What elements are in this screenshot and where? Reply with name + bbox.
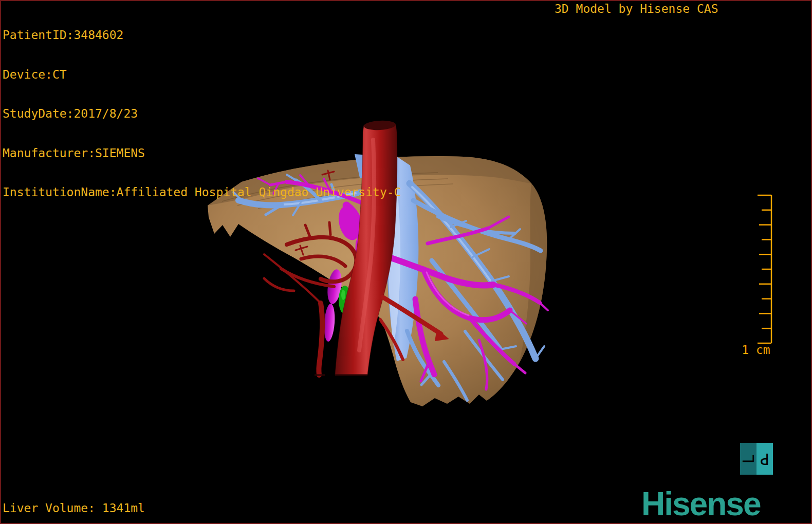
orientation-face-posterior[interactable]: P [756, 443, 773, 475]
study-date-text: StudyDate:2017/8/23 [3, 107, 401, 121]
orientation-letter-p: P [760, 450, 769, 468]
institution-text: InstitutionName:Affiliated Hospital Qing… [3, 186, 401, 199]
orientation-marker[interactable]: L P [740, 443, 773, 475]
watermark-text: 3D Model by Hisense CAS [555, 3, 718, 16]
manufacturer-text: Manufacturer:SIEMENS [3, 147, 401, 160]
orientation-face-left[interactable]: L [740, 443, 756, 475]
hisense-logo: Hisense [641, 485, 760, 523]
orientation-letter-l: L [740, 454, 758, 463]
3d-viewport[interactable]: PatientID:3484602 Device:CT StudyDate:20… [0, 0, 812, 524]
scale-bar [731, 186, 777, 345]
scale-bar-ticks [758, 195, 771, 343]
liver-volume-text: Liver Volume: 1341ml [3, 502, 145, 515]
patient-info-overlay: PatientID:3484602 Device:CT StudyDate:20… [3, 3, 401, 226]
patient-id-text: PatientID:3484602 [3, 29, 401, 42]
scale-bar-label: 1 cm [740, 343, 772, 357]
device-text: Device:CT [3, 68, 401, 82]
